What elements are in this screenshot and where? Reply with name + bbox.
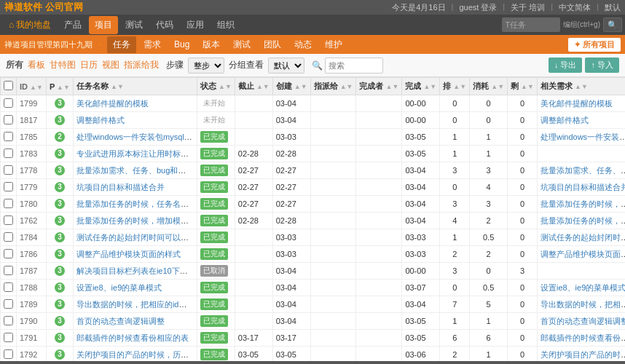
row-checkbox[interactable] — [1, 296, 17, 313]
row-related — [537, 263, 625, 280]
th-id[interactable]: ID ▲▼ — [17, 78, 47, 95]
th-left[interactable]: 剩 ▲▼ — [508, 78, 538, 95]
nav-app[interactable]: 应用 — [181, 16, 210, 34]
row-checkbox[interactable] — [1, 179, 17, 196]
import-button[interactable]: ↑ 导入 — [585, 58, 619, 73]
nav-home[interactable]: ⌂ 我的地盘 — [3, 16, 57, 34]
related-link[interactable]: 调整产品维护模块页面的样式 — [541, 250, 625, 258]
subnav-version[interactable]: 版本 — [197, 36, 226, 53]
view-kanban[interactable]: 看板 — [28, 59, 45, 71]
row-priority: 3 — [46, 347, 73, 362]
row-checkbox[interactable] — [1, 347, 17, 362]
task-name-link[interactable]: 美化邮件提醒的模板 — [76, 99, 149, 108]
task-name-link[interactable]: 批量添加任务的时候，任务名称要增加需求功能 — [76, 199, 197, 208]
th-created[interactable]: 创建 ▲▼ — [272, 78, 310, 95]
view-gantt[interactable]: 甘特图 — [50, 59, 76, 71]
row-checkbox[interactable] — [1, 213, 17, 229]
search-input[interactable] — [502, 17, 560, 32]
th-complete[interactable]: 完成 ▲▼ — [402, 78, 440, 95]
search-button[interactable]: 🔍 — [603, 17, 622, 32]
task-name-link[interactable]: 坑项目的目标和描述合并 — [76, 183, 165, 191]
related-link[interactable]: 批量添加需求、任务、bug和用例 — [541, 166, 625, 175]
task-name-link[interactable]: 关闭护项目的产品的时候，历史记录还是英文的用户名，应该用中文好 — [76, 350, 197, 359]
task-name-link[interactable]: 测试任务的起始封闭时间可以是一天 — [76, 233, 197, 242]
row-created: 03-04 — [272, 263, 310, 280]
th-elapsed[interactable]: 消耗 ▲▼ — [470, 78, 508, 95]
view-calendar[interactable]: 日历 — [80, 59, 98, 71]
related-link[interactable]: 调整邮件格式 — [541, 116, 589, 124]
related-link[interactable]: 处理windows一件安装包mysql端口 — [541, 132, 625, 141]
subnav-requirement[interactable]: 需求 — [138, 36, 167, 53]
view-list[interactable]: 视图 — [102, 59, 119, 71]
related-link[interactable]: 坑项目的目标和描述合并 — [541, 183, 625, 191]
task-name-link[interactable]: 批量添加任务的时候，增加模块字段 — [76, 216, 197, 225]
row-checkbox[interactable] — [1, 95, 17, 112]
related-link[interactable]: 导出数据的时候，把相应的id号都 — [541, 300, 625, 309]
task-name-link[interactable]: 首页的动态查询逻辑调整 — [76, 317, 165, 325]
row-sort: 1 — [440, 313, 470, 330]
lang-select[interactable]: 中文简体 — [559, 2, 591, 13]
related-link[interactable]: 关闭护项目的产品的时候，历史记录 — [541, 350, 625, 359]
task-name-link[interactable]: 批量添加需求、任务、bug和用例的时候，将操行符处理为 — [76, 166, 197, 175]
about-link[interactable]: 关于 培训 — [511, 2, 545, 13]
task-name-link[interactable]: 导出数据的时候，把相应的id号都带上。 — [76, 300, 197, 309]
row-checkbox[interactable] — [1, 330, 17, 347]
related-link[interactable]: 设置ie8、ie9的菜单模式 — [541, 283, 625, 292]
step-select[interactable]: 整步 半步 — [188, 58, 224, 74]
user-login[interactable]: guest 登录 — [459, 2, 497, 13]
row-checkbox[interactable] — [1, 263, 17, 280]
task-name-link[interactable]: 处理windows一件安装包mysql端口检测及进度错误 — [76, 132, 197, 141]
row-checkbox[interactable] — [1, 280, 17, 296]
th-deadline[interactable]: 截止 ▲▼ — [235, 78, 272, 95]
export-button[interactable]: ↓ 导出 — [549, 58, 583, 73]
task-search-input[interactable] — [325, 58, 383, 74]
task-name-link[interactable]: 郎截插件的时候查看份相应的表 — [76, 333, 189, 342]
task-name-link[interactable]: 解决项目目标栏列表在ie10下树索变无法输入数据 — [76, 266, 197, 275]
related-link[interactable]: 批量添加任务的时候，增加模块字 — [541, 216, 625, 225]
th-checkbox[interactable] — [1, 78, 17, 95]
subnav-test[interactable]: 测试 — [227, 36, 256, 53]
row-checkbox[interactable] — [1, 146, 17, 162]
task-name-link[interactable]: 调整邮件格式 — [76, 116, 125, 124]
related-link[interactable]: 批量添加任务的时候，任务名称要增加 — [541, 199, 625, 208]
row-checkbox[interactable] — [1, 313, 17, 330]
related-link[interactable]: 美化邮件提醒的模板 — [541, 99, 613, 108]
nav-product[interactable]: 产品 — [58, 16, 87, 34]
task-name-link[interactable]: 专业武进用原本标注让用时标志，并提示出超时段 — [76, 149, 197, 158]
th-related[interactable]: 相关需求 ▲▼ — [537, 78, 625, 95]
row-checkbox[interactable] — [1, 129, 17, 146]
row-checkbox[interactable] — [1, 246, 17, 263]
th-status[interactable]: 状态 ▲▼ — [197, 78, 235, 95]
nav-project[interactable]: 项目 — [89, 16, 118, 34]
row-checkbox[interactable] — [1, 229, 17, 246]
row-elapsed: 0 — [470, 112, 508, 129]
related-link[interactable]: 首页的动态查询逻辑调整 — [541, 317, 625, 325]
task-name-link[interactable]: 调整产品维护模块页面的样式 — [76, 250, 181, 258]
group-select[interactable]: 默认 需求 — [268, 58, 304, 74]
subnav-dynamic[interactable]: 动态 — [288, 36, 318, 53]
subnav-task[interactable]: 任务 — [107, 36, 136, 53]
points-label[interactable]: 默认 — [605, 2, 621, 13]
task-name-link[interactable]: 设置ie8、ie9的菜单模式 — [76, 283, 162, 292]
table-row: 1785 2 处理windows一件安装包mysql端口检测及进度错误 已完成 … — [1, 129, 626, 146]
priority-icon: 3 — [55, 149, 65, 159]
th-sort[interactable]: 排 ▲▼ — [440, 78, 470, 95]
row-checkbox[interactable] — [1, 196, 17, 213]
th-priority[interactable]: P ▲▼ — [46, 78, 73, 95]
nav-code[interactable]: 代码 — [150, 16, 179, 34]
view-assigned[interactable]: 指派给我 — [124, 59, 159, 71]
nav-test[interactable]: 测试 — [119, 16, 149, 34]
logo[interactable]: 禅道软件 公司官网 — [4, 1, 83, 14]
subnav-maintain[interactable]: 维护 — [319, 36, 348, 53]
subnav-bug[interactable]: Bug — [168, 37, 195, 52]
nav-org[interactable]: 组织 — [211, 16, 240, 34]
related-link[interactable]: 测试任务的起始封闭时间可以是一天 — [541, 233, 625, 242]
th-done-by[interactable]: 完成者 ▲▼ — [356, 78, 402, 95]
th-assignee[interactable]: 指派给 ▲▼ — [310, 78, 356, 95]
all-projects-btn[interactable]: ✦ 所有项目 — [568, 38, 621, 52]
related-link[interactable]: 郎截插件的时候查看份相应的表 — [541, 333, 625, 342]
row-checkbox[interactable] — [1, 112, 17, 129]
th-name[interactable]: 任务名称 ▲▼ — [73, 78, 197, 95]
row-checkbox[interactable] — [1, 162, 17, 179]
subnav-team[interactable]: 团队 — [258, 36, 287, 53]
